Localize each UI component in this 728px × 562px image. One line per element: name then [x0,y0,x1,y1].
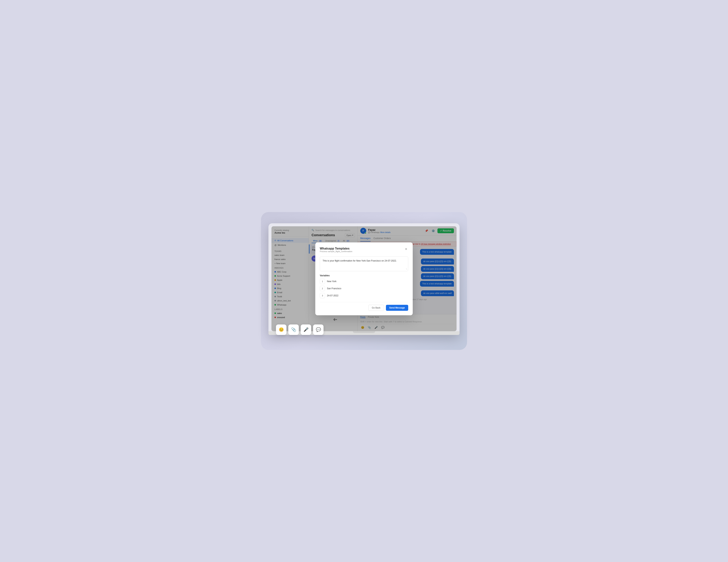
variable-value-3: 24-07-2022 [327,294,338,297]
floating-toolbar: 😊 📎 🎤 💬 [276,324,324,335]
page-background: Currently viewing: Acme Inc ⊙ All Conver… [261,212,467,350]
modal-message-box: This is your flight confirmation for New… [320,256,408,271]
variable-num-3: 3 [320,293,325,298]
variable-value-2: San Francisco [327,287,341,290]
modal-footer: Go Back Send Message [320,302,408,311]
toolbar-audio-button[interactable]: 🎤 [301,324,311,335]
toolbar-emoji-button[interactable]: 😊 [276,324,286,335]
variable-num-1: 1 [320,279,325,284]
modal-header: Whatsapp Templates Process sample_flight… [320,247,408,256]
toolbar-whatsapp-button[interactable]: 💬 [313,324,324,335]
arrow-indicator: ➜ [333,317,337,323]
go-back-button[interactable]: Go Back [368,305,384,311]
variable-row-3: 3 24-07-2022 [320,293,408,298]
variable-value-1: New York [327,280,336,283]
modal-header-text: Whatsapp Templates Process sample_flight… [320,247,352,256]
variable-num-2: 2 [320,286,325,291]
resize-handle-icon: ⤡ [406,268,407,270]
whatsapp-templates-modal: Whatsapp Templates Process sample_flight… [315,242,413,315]
modal-title: Whatsapp Templates [320,247,352,250]
modal-close-button[interactable]: ✕ [404,247,408,251]
modal-overlay: Whatsapp Templates Process sample_flight… [271,226,457,331]
toolbar-attach-button[interactable]: 📎 [288,324,299,335]
modal-subtitle: Process sample_flight_confirmation [320,250,352,253]
laptop-frame: Currently viewing: Acme Inc ⊙ All Conver… [268,223,460,335]
variable-row-1: 1 New York [320,279,408,284]
send-message-button[interactable]: Send Message [386,305,408,311]
variable-row-2: 2 San Francisco [320,286,408,291]
app-ui: Currently viewing: Acme Inc ⊙ All Conver… [271,226,457,331]
variables-section-title: Variables [320,274,408,277]
laptop-screen: Currently viewing: Acme Inc ⊙ All Conver… [271,226,457,331]
laptop-notch [353,331,375,333]
